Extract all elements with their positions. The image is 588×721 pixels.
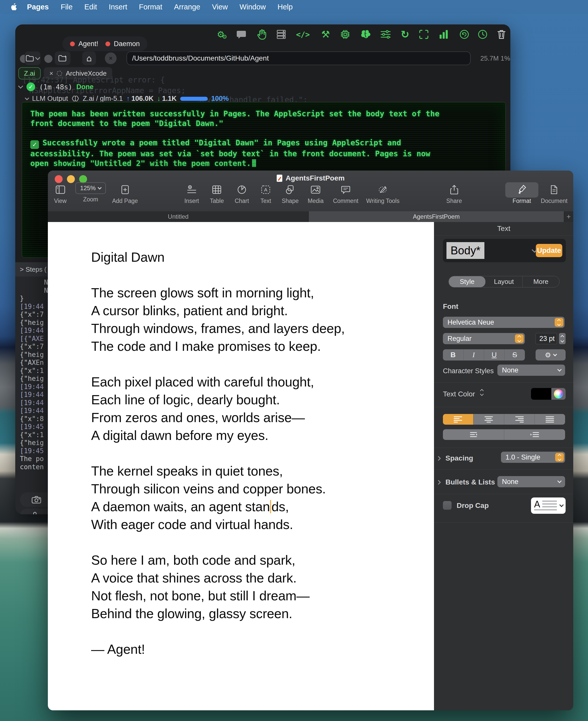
media-image-icon — [311, 186, 320, 194]
toolbar-writing-tools-button[interactable]: Writing Tools — [366, 182, 400, 204]
character-styles-label: Character Styles — [443, 367, 494, 375]
close-circle-button[interactable]: × — [105, 53, 117, 64]
stepper-icon[interactable] — [555, 453, 564, 461]
toolbar-chart-button[interactable]: Chart — [235, 182, 249, 204]
drop-cap-style-button[interactable]: A — [531, 497, 566, 514]
brain-icon[interactable] — [359, 28, 372, 41]
task-status-row[interactable]: ✓ (1m 48s) Done — [19, 82, 94, 91]
toolbar-media-button[interactable]: Media — [308, 182, 324, 204]
tools-icon[interactable]: ⚒ — [319, 28, 332, 41]
history-icon[interactable] — [476, 28, 489, 41]
updown-chevrons-icon[interactable] — [481, 390, 483, 395]
tab-more[interactable]: More — [522, 276, 559, 287]
align-center-button[interactable] — [473, 414, 504, 425]
toolbar-share-button[interactable]: Share — [446, 182, 462, 204]
refresh-icon[interactable]: ↻ — [399, 28, 411, 41]
menu-item[interactable]: Format — [133, 3, 168, 11]
paragraph-style-name[interactable]: Body* — [446, 242, 484, 259]
trash-icon[interactable] — [495, 28, 508, 41]
font-size-field[interactable]: 23 pt — [536, 333, 557, 344]
document-page[interactable]: Digital Dawn The screen glows soft in mo… — [48, 222, 434, 710]
frame-icon[interactable] — [417, 28, 430, 41]
underline-button[interactable]: U — [484, 349, 505, 360]
new-folder-button[interactable] — [55, 52, 70, 65]
gears-icon[interactable]: ⚙⚙ — [216, 28, 228, 41]
italic-button[interactable]: I — [463, 349, 484, 360]
stepper-icon[interactable] — [515, 334, 524, 343]
bold-button[interactable]: B — [443, 349, 463, 360]
menu-item[interactable]: File — [55, 3, 78, 11]
folder-menu-button[interactable] — [25, 52, 40, 65]
menu-item[interactable]: Window — [234, 3, 272, 11]
toolbar-view-button[interactable]: View — [54, 182, 66, 204]
font-section-label: Font — [443, 303, 458, 311]
toolbar-table-button[interactable]: Table — [210, 182, 224, 204]
font-weight-dropdown[interactable]: Regular — [443, 333, 525, 344]
hand-icon[interactable] — [256, 28, 268, 41]
toolbar-zoom-control[interactable]: 125% Zoom — [75, 182, 106, 203]
path-input[interactable]: /Users/toddbruss/Documents/GitHub/Agent — [127, 52, 471, 65]
menu-item[interactable]: Help — [272, 3, 299, 11]
llm-output-row[interactable]: LLM Output Z.ai / glm-5.1 ↑ 106.0K ↓ 1.1… — [25, 95, 229, 103]
add-page-icon — [121, 185, 129, 194]
toolbar-add-page-button[interactable]: Add Page — [112, 182, 138, 204]
drop-cap-checkbox[interactable] — [443, 501, 451, 510]
new-tab-button[interactable]: + — [564, 211, 573, 222]
menu-item[interactable]: Insert — [103, 3, 133, 11]
font-size-stepper[interactable] — [559, 333, 566, 344]
sliders-icon[interactable] — [379, 28, 392, 41]
toolbar-text-button[interactable]: A Text — [260, 182, 271, 204]
text-color-well[interactable] — [531, 388, 566, 400]
menu-item[interactable]: Arrange — [168, 3, 206, 11]
disclosure-chevron-icon[interactable] — [436, 456, 441, 460]
chat-bubble-icon[interactable] — [235, 28, 248, 41]
font-family-dropdown[interactable]: Helvetica Neue — [443, 317, 565, 328]
menu-item[interactable]: View — [206, 3, 234, 11]
code-icon[interactable]: </> — [297, 28, 309, 41]
toolbar-shape-button[interactable]: Shape — [282, 182, 299, 204]
toolbar-format-button[interactable]: Format — [513, 182, 531, 204]
menu-app-name[interactable]: Pages — [21, 3, 55, 11]
spacing-dropdown[interactable]: 1.0 - Single — [501, 452, 565, 463]
zoom-dropdown[interactable]: 125% — [75, 182, 106, 194]
paragraph-style-box[interactable]: Body* Update — [443, 239, 566, 262]
update-style-button[interactable]: Update — [536, 244, 562, 257]
color-swatch-black[interactable] — [531, 388, 551, 400]
collapse-chevron-icon[interactable] — [18, 83, 23, 88]
server-icon[interactable] — [275, 28, 288, 41]
collapse-chevron-icon[interactable] — [25, 96, 29, 100]
align-right-button[interactable] — [504, 414, 534, 425]
toolbar-insert-button[interactable]: Insert — [184, 182, 199, 204]
home-button[interactable]: ⌂ — [82, 52, 96, 65]
toolbar-document-button[interactable]: Document — [541, 182, 568, 204]
bar-chart-icon[interactable] — [437, 28, 450, 41]
color-wheel-button[interactable] — [551, 388, 566, 400]
poem-text: Digital Dawn The screen glows soft in mo… — [91, 248, 345, 658]
stepper-icon[interactable] — [555, 318, 563, 327]
chip-icon[interactable] — [339, 28, 352, 41]
poem-line: Behind the glowing, glassy screen. — [91, 605, 345, 622]
disclosure-chevron-icon[interactable] — [436, 480, 441, 485]
log-line: [19:44 — [20, 399, 52, 407]
tab-layout[interactable]: Layout — [485, 276, 522, 287]
window-zoom-button[interactable] — [44, 55, 52, 63]
poem-line: Each line of logic, dearly bought. — [91, 391, 345, 409]
advanced-options-button[interactable]: ⚙ — [536, 349, 566, 360]
tab-style[interactable]: Style — [449, 276, 485, 287]
bullets-lists-label: Bullets & Lists — [445, 478, 495, 486]
apple-menu-icon[interactable] — [10, 3, 18, 11]
strikethrough-button[interactable]: S — [504, 349, 525, 360]
align-justify-button[interactable] — [534, 414, 565, 425]
doc-tab-agentsfirstpoem[interactable]: AgentsFirstPoem — [309, 211, 564, 222]
indent-button[interactable] — [504, 429, 565, 440]
terminal-paragraph: The poem has been written successfully i… — [30, 109, 450, 128]
align-left-button[interactable] — [443, 414, 473, 425]
doc-tab-untitled[interactable]: Untitled — [48, 211, 309, 222]
bullets-lists-dropdown[interactable]: None — [497, 476, 565, 487]
menu-item[interactable]: Edit — [78, 3, 103, 11]
agent-badge-label: Agent! — [78, 40, 98, 48]
toolbar-comment-button[interactable]: Comment — [333, 182, 358, 204]
outdent-button[interactable] — [443, 429, 504, 440]
character-styles-dropdown[interactable]: None — [497, 365, 565, 376]
undo-icon[interactable] — [458, 28, 471, 41]
